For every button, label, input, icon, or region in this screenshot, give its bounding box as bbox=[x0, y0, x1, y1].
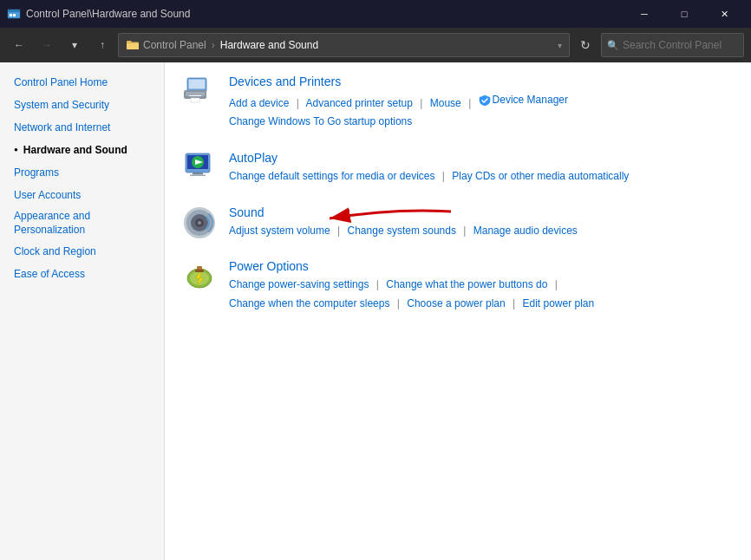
sidebar-item-system-security[interactable]: System and Security bbox=[0, 94, 164, 116]
maximize-button[interactable]: □ bbox=[664, 0, 704, 28]
sidebar-item-programs[interactable]: Programs bbox=[0, 161, 164, 184]
section-power-options: Power Options Change power-saving settin… bbox=[182, 259, 734, 313]
svg-rect-28 bbox=[195, 270, 204, 272]
sidebar: Control Panel Home System and Security N… bbox=[0, 62, 165, 560]
power-options-body: Power Options Change power-saving settin… bbox=[229, 259, 734, 313]
link-power-buttons[interactable]: Change what the power buttons do bbox=[386, 278, 547, 290]
minimize-button[interactable]: ─ bbox=[624, 0, 664, 28]
power-options-icon bbox=[182, 259, 217, 294]
sidebar-item-ease-access[interactable]: Ease of Access bbox=[0, 263, 164, 285]
svg-rect-1 bbox=[8, 10, 20, 12]
printer-icon bbox=[182, 75, 217, 109]
link-power-plan[interactable]: Choose a power plan bbox=[407, 297, 505, 309]
autoplay-title[interactable]: AutoPlay bbox=[229, 151, 734, 165]
svg-rect-14 bbox=[193, 173, 203, 175]
path-hardware-sound[interactable]: Hardware and Sound bbox=[220, 39, 318, 51]
power-svg-icon bbox=[182, 259, 217, 294]
sep-6: | bbox=[463, 225, 466, 237]
link-power-saving[interactable]: Change power-saving settings bbox=[229, 278, 369, 290]
autoplay-svg-icon bbox=[182, 151, 217, 186]
folder-icon bbox=[126, 38, 140, 52]
link-advanced-printer[interactable]: Advanced printer setup bbox=[306, 97, 413, 109]
sep-4: | bbox=[442, 170, 445, 182]
address-path: Control Panel › Hardware and Sound ▾ bbox=[118, 33, 570, 57]
svg-rect-3 bbox=[13, 14, 16, 16]
sidebar-item-user-accounts[interactable]: User Accounts bbox=[0, 184, 164, 206]
sep-10: | bbox=[513, 297, 515, 309]
sound-title[interactable]: Sound bbox=[229, 205, 734, 219]
devices-printers-links: Add a device | Advanced printer setup | … bbox=[229, 91, 734, 132]
svg-point-22 bbox=[198, 221, 201, 225]
section-autoplay: AutoPlay Change default settings for med… bbox=[182, 151, 734, 186]
link-mouse[interactable]: Mouse bbox=[430, 97, 461, 109]
sep-3: | bbox=[468, 97, 471, 109]
device-manager-badge: Device Manager bbox=[479, 91, 568, 110]
devices-printers-body: Devices and Printers Add a device | Adva… bbox=[229, 75, 734, 132]
svg-rect-5 bbox=[189, 80, 206, 89]
autoplay-body: AutoPlay Change default settings for med… bbox=[229, 151, 734, 186]
link-autoplay-default[interactable]: Change default settings for media or dev… bbox=[229, 170, 434, 182]
svg-rect-2 bbox=[10, 14, 12, 16]
autoplay-links: Change default settings for media or dev… bbox=[229, 167, 734, 186]
sep-9: | bbox=[397, 297, 400, 309]
sidebar-item-network-internet[interactable]: Network and Internet bbox=[0, 116, 164, 139]
address-bar: ← → ▾ ↑ Control Panel › Hardware and Sou… bbox=[0, 28, 751, 62]
section-sound: Sound Adjust system volume | Change syst… bbox=[182, 205, 734, 241]
title-bar-icon bbox=[7, 7, 21, 21]
link-edit-power-plan[interactable]: Edit power plan bbox=[523, 297, 595, 309]
refresh-button[interactable]: ↻ bbox=[573, 33, 598, 57]
svg-rect-10 bbox=[189, 95, 201, 96]
back-button[interactable]: ← bbox=[7, 33, 31, 57]
link-autoplay-cds[interactable]: Play CDs or other media automatically bbox=[452, 170, 629, 182]
sidebar-item-appearance[interactable]: Appearance and Personalization bbox=[0, 206, 164, 240]
content-wrapper: Devices and Printers Add a device | Adva… bbox=[182, 75, 734, 313]
sidebar-item-hardware-sound[interactable]: Hardware and Sound bbox=[0, 139, 164, 161]
power-options-links: Change power-saving settings | Change wh… bbox=[229, 276, 734, 313]
power-options-title[interactable]: Power Options bbox=[229, 259, 734, 273]
svg-rect-11 bbox=[191, 98, 199, 102]
main-window: Control Panel Home System and Security N… bbox=[0, 62, 751, 560]
path-separator-1: › bbox=[212, 39, 215, 51]
link-computer-sleeps[interactable]: Change when the computer sleeps bbox=[229, 297, 389, 309]
search-box: 🔍 bbox=[601, 33, 744, 57]
link-windows-to-go[interactable]: Change Windows To Go startup options bbox=[229, 115, 412, 127]
link-adjust-volume[interactable]: Adjust system volume bbox=[229, 225, 330, 237]
devices-printers-title[interactable]: Devices and Printers bbox=[229, 75, 734, 88]
title-bar: Control Panel\Hardware and Sound ─ □ ✕ bbox=[0, 0, 751, 28]
sound-icon bbox=[182, 205, 217, 240]
sep-8: | bbox=[555, 278, 558, 290]
link-add-device[interactable]: Add a device bbox=[229, 97, 289, 109]
title-bar-buttons: ─ □ ✕ bbox=[624, 0, 744, 28]
sep-7: | bbox=[376, 278, 379, 290]
path-control-panel[interactable]: Control Panel bbox=[143, 39, 206, 51]
content-area: Devices and Printers Add a device | Adva… bbox=[165, 62, 751, 560]
sound-body: Sound Adjust system volume | Change syst… bbox=[229, 205, 734, 241]
svg-rect-15 bbox=[190, 174, 206, 176]
sep-5: | bbox=[337, 225, 340, 237]
dropdown-button[interactable]: ▾ bbox=[62, 33, 87, 57]
sep-1: | bbox=[297, 97, 299, 109]
path-dropdown-chevron[interactable]: ▾ bbox=[558, 41, 562, 50]
section-devices-printers: Devices and Printers Add a device | Adva… bbox=[182, 75, 734, 132]
sidebar-item-clock-region[interactable]: Clock and Region bbox=[0, 240, 164, 263]
search-icon: 🔍 bbox=[607, 40, 619, 51]
link-change-sounds[interactable]: Change system sounds bbox=[348, 225, 456, 237]
title-bar-title: Control Panel\Hardware and Sound bbox=[26, 8, 624, 20]
forward-button[interactable]: → bbox=[35, 33, 59, 57]
sep-2: | bbox=[420, 97, 422, 109]
up-button[interactable]: ↑ bbox=[90, 33, 114, 57]
sidebar-item-control-panel-home[interactable]: Control Panel Home bbox=[0, 71, 164, 94]
sound-links: Adjust system volume | Change system sou… bbox=[229, 222, 734, 241]
close-button[interactable]: ✕ bbox=[704, 0, 744, 28]
sound-svg-icon bbox=[182, 205, 217, 240]
search-input[interactable] bbox=[623, 39, 751, 51]
autoplay-icon bbox=[182, 151, 217, 186]
shield-icon bbox=[479, 94, 491, 107]
devices-printers-icon bbox=[182, 75, 217, 109]
link-manage-audio[interactable]: Manage audio devices bbox=[473, 225, 578, 237]
link-device-manager[interactable]: Device Manager bbox=[493, 91, 568, 110]
